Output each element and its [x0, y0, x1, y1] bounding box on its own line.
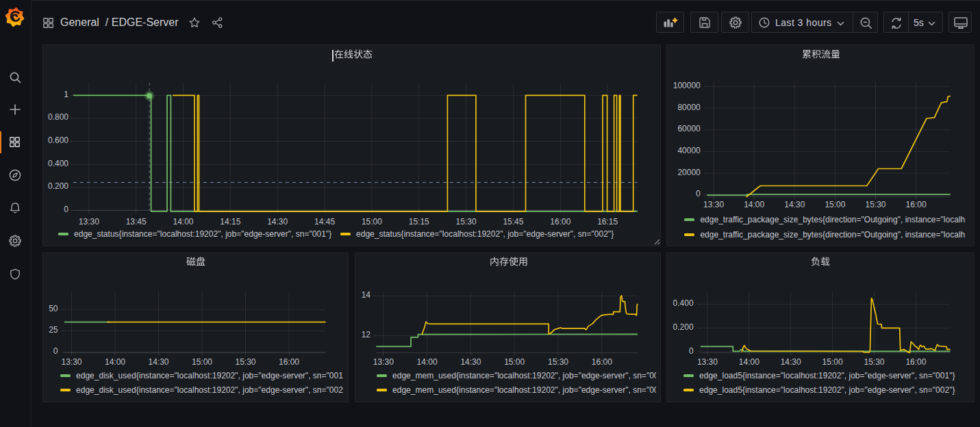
svg-text:13:30: 13:30	[79, 217, 99, 227]
svg-text:14: 14	[362, 290, 371, 300]
svg-text:15:30: 15:30	[548, 357, 568, 367]
svg-text:20000: 20000	[677, 168, 701, 177]
svg-text:16:15: 16:15	[597, 217, 618, 227]
svg-text:15:30: 15:30	[865, 200, 885, 209]
svg-text:14:15: 14:15	[220, 217, 240, 227]
svg-text:80000: 80000	[677, 103, 701, 112]
svg-text:14:00: 14:00	[417, 357, 438, 367]
svg-text:16:00: 16:00	[592, 357, 612, 367]
svg-text:50: 50	[49, 304, 58, 313]
svg-text:15:00: 15:00	[504, 357, 525, 367]
svg-text:14:00: 14:00	[744, 200, 764, 209]
svg-text:0.400: 0.400	[673, 298, 694, 308]
svg-text:0: 0	[64, 205, 68, 214]
svg-text:12: 12	[362, 330, 371, 339]
svg-text:0: 0	[689, 346, 694, 356]
svg-text:0.800: 0.800	[48, 112, 68, 122]
svg-text:13:45: 13:45	[126, 217, 147, 227]
svg-text:14:00: 14:00	[173, 217, 193, 227]
svg-text:15:30: 15:30	[235, 357, 255, 367]
svg-text:0: 0	[53, 346, 58, 356]
svg-text:13:30: 13:30	[373, 357, 394, 367]
svg-text:100000: 100000	[673, 81, 701, 90]
svg-text:15:30: 15:30	[864, 357, 884, 367]
svg-text:14:00: 14:00	[105, 357, 125, 367]
svg-text:0.200: 0.200	[673, 322, 694, 332]
svg-text:25: 25	[49, 325, 58, 335]
svg-text:15:00: 15:00	[825, 200, 845, 209]
svg-text:14:45: 14:45	[314, 217, 335, 227]
svg-text:16:00: 16:00	[550, 217, 570, 227]
svg-text:0.200: 0.200	[48, 181, 68, 191]
svg-text:16:00: 16:00	[906, 200, 927, 209]
svg-text:15:30: 15:30	[456, 217, 477, 227]
svg-text:15:00: 15:00	[362, 217, 382, 227]
svg-text:13:30: 13:30	[703, 200, 724, 209]
svg-text:0: 0	[696, 189, 701, 198]
svg-text:13:30: 13:30	[697, 357, 718, 367]
svg-text:14:30: 14:30	[460, 357, 481, 367]
svg-text:0.400: 0.400	[48, 159, 68, 168]
svg-text:0.600: 0.600	[48, 135, 68, 145]
svg-text:13:30: 13:30	[61, 357, 81, 367]
svg-text:14:00: 14:00	[739, 357, 759, 367]
svg-text:16:00: 16:00	[279, 357, 299, 367]
svg-text:40000: 40000	[677, 146, 701, 155]
svg-text:14:30: 14:30	[148, 357, 168, 367]
svg-text:14:30: 14:30	[784, 200, 805, 209]
svg-text:15:00: 15:00	[822, 357, 843, 367]
svg-text:14:30: 14:30	[781, 357, 801, 367]
svg-text:14:30: 14:30	[267, 217, 288, 227]
svg-text:15:45: 15:45	[503, 217, 523, 227]
svg-text:15:15: 15:15	[409, 217, 429, 227]
svg-text:60000: 60000	[677, 124, 701, 133]
svg-text:15:00: 15:00	[192, 357, 212, 367]
svg-text:1: 1	[64, 90, 68, 99]
svg-text:16:00: 16:00	[905, 357, 926, 367]
